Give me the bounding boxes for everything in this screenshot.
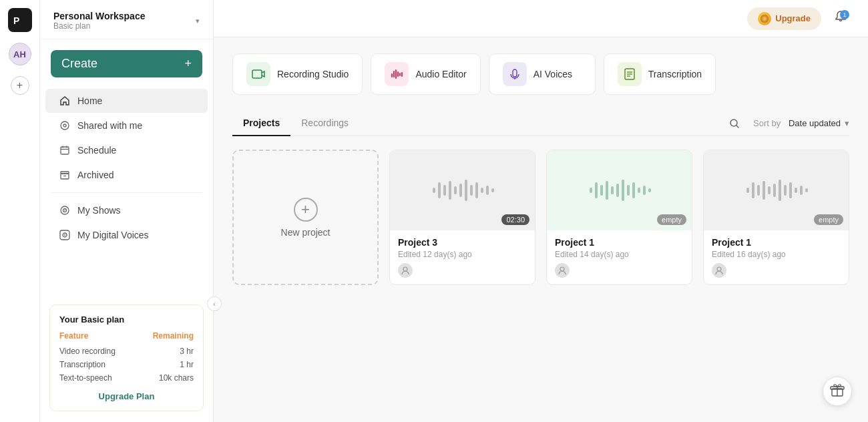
sidebar-nav: Home Shared with me Schedule: [40, 83, 213, 296]
svg-rect-49: [611, 186, 614, 194]
create-button[interactable]: Create +: [51, 50, 202, 77]
ai-voices-tile[interactable]: AI Voices: [489, 53, 596, 95]
voices-icon: [59, 229, 71, 241]
remaining-col-header: Remaining: [153, 331, 194, 341]
workspace-header[interactable]: Personal Workspace Basic plan ▾: [40, 0, 213, 39]
svg-rect-42: [486, 186, 489, 195]
sort-label: Sort by: [753, 118, 781, 128]
tabs: Projects Recordings: [232, 111, 359, 136]
chevron-down-icon: ▾: [845, 118, 849, 128]
project-card[interactable]: 02:30 Project 3 Edited 12 day(s) ago: [389, 150, 535, 285]
sidebar-item-label: Shared with me: [77, 120, 142, 131]
upgrade-button[interactable]: Upgrade: [747, 7, 821, 30]
create-label: Create: [61, 57, 97, 71]
tabs-right: Sort by Date updated ▾: [724, 113, 849, 134]
sidebar-item-label: Archived: [77, 170, 114, 180]
project-card[interactable]: empty Project 1 Edited 14 day(s) ago: [546, 150, 692, 285]
audio-editor-tile[interactable]: Audio Editor: [371, 53, 480, 95]
plan-row-video: Video recording 3 hr: [59, 345, 194, 358]
add-button-strip[interactable]: +: [11, 76, 29, 95]
collapse-icon: ‹: [213, 300, 215, 308]
svg-rect-50: [616, 184, 619, 197]
svg-rect-39: [470, 185, 473, 196]
sidebar-item-label: My Shows: [77, 205, 121, 216]
svg-rect-55: [643, 186, 646, 195]
svg-rect-35: [449, 181, 451, 200]
sidebar-item-voices[interactable]: My Digital Voices: [45, 223, 208, 247]
svg-rect-45: [590, 188, 592, 193]
topbar: Upgrade 1: [214, 0, 868, 37]
svg-point-70: [717, 267, 721, 271]
search-button[interactable]: [724, 113, 745, 134]
project-card[interactable]: empty Project 1 Edited 16 day(s) ago: [703, 150, 849, 285]
svg-point-44: [403, 267, 407, 271]
audio-editor-icon: [385, 62, 409, 86]
svg-point-16: [64, 234, 65, 236]
avatar[interactable]: AH: [9, 43, 31, 65]
svg-rect-18: [252, 70, 262, 78]
feature-label: Video recording: [59, 347, 116, 356]
notification-button[interactable]: 1: [829, 7, 852, 30]
sidebar-item-home[interactable]: Home: [45, 89, 208, 113]
plan-table: Feature Remaining Video recording 3 hr T…: [59, 331, 194, 385]
card-date: Edited 14 day(s) ago: [555, 250, 684, 259]
feature-value: 10k chars: [159, 373, 194, 383]
svg-rect-63: [773, 184, 776, 197]
svg-point-13: [64, 210, 65, 211]
sidebar-item-schedule[interactable]: Schedule: [45, 138, 208, 162]
sidebar-item-label: My Digital Voices: [77, 230, 149, 240]
card-info: Project 1 Edited 16 day(s) ago: [704, 230, 849, 284]
sidebar-item-label: Schedule: [77, 145, 116, 156]
svg-text:P: P: [13, 15, 19, 26]
recording-studio-tile[interactable]: Recording Studio: [232, 53, 363, 95]
svg-rect-58: [746, 188, 749, 193]
sort-value: Date updated: [789, 118, 841, 128]
upgrade-plan-link[interactable]: Upgrade Plan: [59, 391, 194, 401]
plan-row-tts: Text-to-speech 10k chars: [59, 371, 194, 385]
svg-rect-67: [795, 188, 797, 193]
svg-rect-34: [443, 185, 446, 196]
card-thumbnail: empty: [547, 150, 692, 230]
svg-rect-68: [800, 186, 803, 195]
calendar-icon: [59, 144, 71, 156]
card-date: Edited 16 day(s) ago: [712, 250, 841, 259]
sort-button[interactable]: Sort by Date updated ▾: [753, 118, 849, 128]
svg-rect-40: [475, 182, 478, 198]
main-content: Upgrade 1 Recording Stud: [214, 0, 868, 422]
feature-value: 1 hr: [180, 360, 194, 369]
svg-point-17: [761, 15, 769, 23]
content-area: Recording Studio Audio Editor: [214, 37, 868, 422]
basic-plan-card: Your Basic plan Feature Remaining Video …: [49, 304, 204, 411]
archive-icon: [59, 169, 71, 181]
feature-col-header: Feature: [59, 331, 88, 341]
gift-button[interactable]: [823, 377, 852, 406]
svg-rect-65: [784, 185, 787, 196]
audio-editor-label: Audio Editor: [415, 69, 466, 79]
collapse-button[interactable]: ‹: [207, 296, 222, 311]
workspace-name: Personal Workspace: [53, 11, 192, 21]
svg-rect-56: [648, 188, 651, 192]
transcription-icon: [618, 62, 642, 86]
sidebar-item-archived[interactable]: Archived: [45, 163, 208, 187]
tab-recordings[interactable]: Recordings: [290, 111, 359, 136]
upgrade-label: Upgrade: [775, 13, 811, 23]
new-project-card[interactable]: + New project: [232, 150, 379, 285]
sidebar-item-shows[interactable]: My Shows: [45, 198, 208, 222]
svg-rect-54: [638, 188, 640, 193]
transcription-label: Transcription: [648, 69, 702, 79]
notification-badge: 1: [840, 10, 849, 19]
card-info: Project 1 Edited 14 day(s) ago: [547, 230, 692, 284]
app-logo[interactable]: P: [8, 8, 32, 32]
left-strip: P AH +: [0, 0, 40, 422]
plan-row-transcription: Transcription 1 hr: [59, 358, 194, 371]
basic-plan-title: Your Basic plan: [59, 314, 194, 325]
card-date: Edited 12 day(s) ago: [398, 250, 527, 259]
tab-projects[interactable]: Projects: [232, 111, 290, 136]
sidebar-item-shared[interactable]: Shared with me: [45, 114, 208, 138]
svg-rect-61: [763, 181, 765, 200]
card-title: Project 1: [555, 237, 684, 248]
transcription-tile[interactable]: Transcription: [604, 53, 716, 95]
svg-rect-69: [805, 188, 808, 192]
svg-rect-62: [768, 186, 771, 194]
tabs-bar: Projects Recordings Sort by Date updated…: [232, 111, 849, 136]
